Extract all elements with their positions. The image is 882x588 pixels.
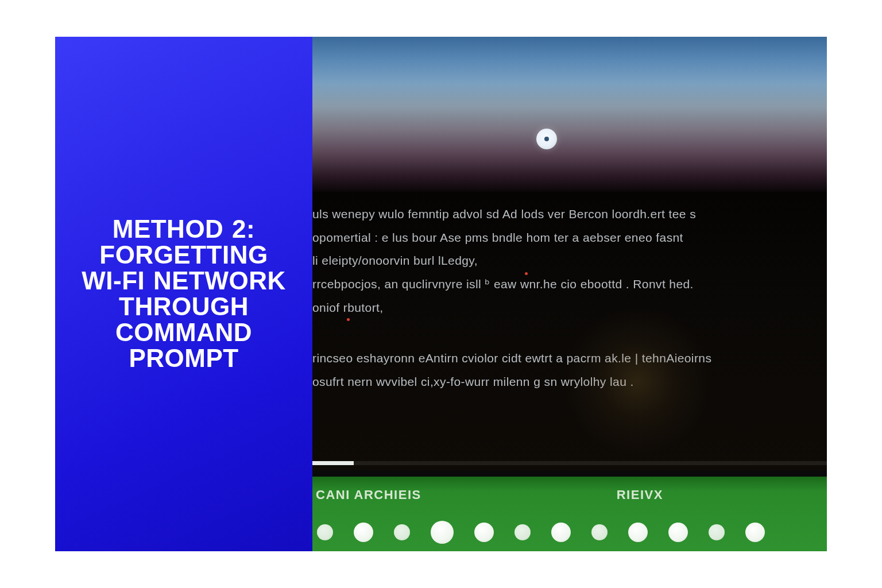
terminal-line: li eleipty/onoorvin burl lLedgy, [312,251,821,271]
cursor-marker-icon [347,318,350,321]
terminal-line: rincseo eshayronn eAntirn cviolor cidt e… [312,349,821,369]
taskbar-app-icon [354,523,373,542]
taskbar-label-right: RIEIVX [617,488,663,502]
slide-title: METHOD 2:FORGETTINGWI-FI NETWORKTHROUGHC… [82,216,286,371]
taskbar-app-icon [591,524,608,540]
terminal-line: osufrt nern wvvibel ci,xy-fo-wurr milenn… [312,372,821,392]
terminal-line: oniof rbutort, [312,298,821,318]
taskbar-label-left: CANI ARCHIEIS [316,488,421,502]
title-panel: METHOD 2:FORGETTINGWI-FI NETWORKTHROUGHC… [55,37,312,551]
webcam-indicator-icon [536,129,557,149]
taskbar-app-icon [668,523,688,542]
taskbar-app-icon [514,524,531,540]
terminal-line: opomertial : e lus bour Ase pms bndle ho… [312,228,821,248]
taskbar-app-icon [551,523,571,542]
progress-fill [312,461,354,465]
terminal-line: rrcebpocjos, an quclirvnyre isll ᵇ eaw w… [312,274,821,295]
progress-bar [312,461,827,465]
taskbar-app-icon [745,523,765,542]
taskbar: CANI ARCHIEIS RIEIVX [312,477,827,551]
taskbar-app-icon [394,524,410,540]
terminal-line: uls wenepy wulo femntip advol sd Ad lods… [312,204,821,225]
taskbar-app-icon [474,523,494,542]
taskbar-app-icon [628,523,648,542]
taskbar-app-icon [431,521,454,544]
taskbar-app-icon [317,524,333,540]
graphic-canvas: METHOD 2:FORGETTINGWI-FI NETWORKTHROUGHC… [55,37,827,551]
screenshot-photo: uls wenepy wulo femntip advol sd Ad lods… [312,37,827,551]
cursor-marker-icon [525,272,528,275]
taskbar-app-icon [709,524,725,540]
taskbar-icons [312,513,827,551]
terminal-window: uls wenepy wulo femntip advol sd Ad lods… [312,192,827,471]
sky-gradient [312,37,827,192]
